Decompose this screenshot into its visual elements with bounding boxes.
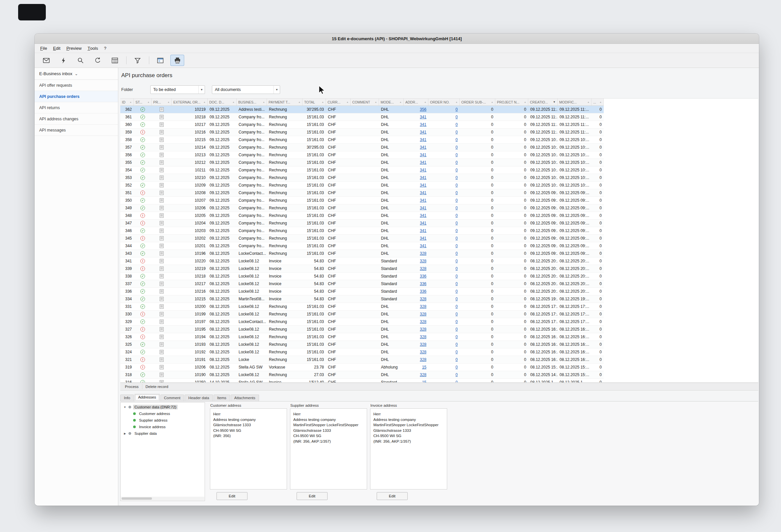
table-row[interactable]: 316✓1025014.10.2025Stella AG SWInvoice1'… <box>120 379 604 383</box>
address-link[interactable]: 328 <box>420 266 426 271</box>
table-row[interactable]: 326!1019408.12.2025Locke08.12Rechnung15'… <box>120 333 604 341</box>
tab-items[interactable]: Items <box>213 395 230 401</box>
report-icon[interactable] <box>108 55 122 66</box>
table-row[interactable]: 318✓1019008.12.2025Locke08.12Rechnung27.… <box>120 371 604 379</box>
sidebar-item-api-messages[interactable]: API messages <box>35 125 118 136</box>
address-link[interactable]: 328 <box>420 357 426 362</box>
order-no-link[interactable]: 0 <box>455 175 458 180</box>
order-no-link[interactable]: 0 <box>455 350 458 354</box>
sidebar-item-api-address-changes[interactable]: API address changes <box>35 113 118 125</box>
address-link[interactable]: 341 <box>420 198 426 203</box>
table-row[interactable]: 324✓1019208.12.2025Locke08.12Rechnung15'… <box>120 349 604 356</box>
address-link[interactable]: 341 <box>420 229 426 233</box>
order-no-link[interactable]: 0 <box>455 191 458 195</box>
address-link[interactable]: 341 <box>420 130 426 134</box>
scrollbar-thumb[interactable] <box>122 497 152 500</box>
address-link[interactable]: 328 <box>420 342 426 347</box>
order-no-link[interactable]: 0 <box>455 153 458 157</box>
order-no-link[interactable]: 0 <box>455 372 458 377</box>
menu-file[interactable]: File <box>37 44 50 53</box>
order-no-link[interactable]: 0 <box>455 304 458 309</box>
refresh-icon[interactable] <box>91 55 105 66</box>
tree-node-customer-address[interactable]: Customer address <box>121 410 205 417</box>
table-row[interactable]: 347!1020409.12.2025Company fro...Rechnun… <box>120 219 604 227</box>
table-row[interactable]: 348!1020509.12.2025Company fro...Rechnun… <box>120 212 604 219</box>
order-no-link[interactable]: 0 <box>455 289 458 294</box>
order-no-link[interactable]: 0 <box>455 229 458 233</box>
table-row[interactable]: 357✓1021409.12.2025Company fro...Rechnun… <box>120 144 604 151</box>
edit-button[interactable]: Edit <box>297 492 328 500</box>
table-row[interactable]: 334✓1021508.12.2025MartinTest08...Invoic… <box>120 295 604 303</box>
column-header-project-n[interactable]: PROJECT N...▲ <box>495 98 528 106</box>
menu-edit[interactable]: Edit <box>50 44 63 53</box>
address-link[interactable]: 336 <box>420 274 426 279</box>
tab-comment[interactable]: Comment <box>161 395 184 401</box>
order-no-link[interactable]: 0 <box>455 115 458 119</box>
window-titlebar[interactable]: 15 Edit e-documents (API) - SHOPAPI_Webw… <box>35 34 759 44</box>
address-link[interactable]: 336 <box>420 282 426 286</box>
table-row[interactable]: 327!1019508.12.2025Locke08.12Rechnung15'… <box>120 326 604 333</box>
address-link[interactable]: 15 <box>422 365 426 369</box>
column-header-busines[interactable]: BUSINES...▲ <box>237 98 267 106</box>
column-header-pr[interactable]: PR...▲ <box>152 98 172 106</box>
order-no-link[interactable]: 0 <box>455 221 458 226</box>
table-row[interactable]: 358✓1021509.12.2025Company fro...Rechnun… <box>120 136 604 144</box>
address-link[interactable]: 341 <box>420 122 426 127</box>
tree-node-supplier-data[interactable]: ▶Supplier data <box>121 430 205 437</box>
column-header-external-or[interactable]: EXTERNAL OR...▲ <box>172 98 208 106</box>
order-no-link[interactable]: 0 <box>455 251 458 256</box>
order-no-link[interactable]: 0 <box>455 206 458 210</box>
print-icon[interactable] <box>170 55 184 66</box>
address-link[interactable]: 328 <box>420 251 426 256</box>
sidebar-inbox-selector[interactable]: E-Business inbox ⌄ <box>35 68 118 80</box>
table-row[interactable]: 336✓1021608.12.2025Locke08.12Invoice54.8… <box>120 288 604 295</box>
column-header-curr[interactable]: CURR...▲ <box>326 98 351 106</box>
address-link[interactable]: 341 <box>420 153 426 157</box>
menu-tools[interactable]: Tools <box>85 44 101 53</box>
address-link[interactable]: 341 <box>420 115 426 119</box>
mail-icon[interactable] <box>39 55 53 66</box>
table-row[interactable]: 354✓1021109.12.2025Company fro...Rechnun… <box>120 166 604 174</box>
address-link[interactable]: 328 <box>420 319 426 324</box>
tab-addresses[interactable]: Addresses <box>134 394 160 401</box>
order-no-link[interactable]: 0 <box>455 282 458 286</box>
address-link[interactable]: 356 <box>420 107 426 112</box>
column-header-mode[interactable]: MODE...▲ <box>379 98 404 106</box>
order-no-link[interactable]: 0 <box>455 266 458 271</box>
folder-dropdown[interactable]: To be edited ▾ <box>150 85 205 94</box>
address-link[interactable]: 15 <box>422 380 426 383</box>
table-row[interactable]: 350✓1020709.12.2025Company fro...Rechnun… <box>120 197 604 204</box>
documents-dropdown[interactable]: All documents ▾ <box>212 85 280 94</box>
address-link[interactable]: 341 <box>420 191 426 195</box>
expanded-caret-icon[interactable]: ▼ <box>123 406 127 409</box>
address-link[interactable]: 328 <box>420 335 426 339</box>
column-header-payment-t[interactable]: PAYMENT T...▲ <box>267 98 302 106</box>
address-link[interactable]: 328 <box>420 350 426 354</box>
table-row[interactable]: 338✓1021808.12.2025Locke08.12Invoice54.8… <box>120 273 604 280</box>
search-icon[interactable] <box>74 55 87 66</box>
table-row[interactable]: 339!1021908.12.2025Locke08.12Invoice54.8… <box>120 265 604 273</box>
table-row[interactable]: 325✓1019308.12.2025Locke08.12Rechnung15'… <box>120 341 604 349</box>
address-link[interactable]: 341 <box>420 236 426 241</box>
menu-preview[interactable]: Preview <box>63 44 84 53</box>
order-no-link[interactable]: 0 <box>455 297 458 301</box>
lightning-icon[interactable] <box>56 55 70 66</box>
order-no-link[interactable]: 0 <box>455 357 458 362</box>
order-no-link[interactable]: 0 <box>455 319 458 324</box>
process-button[interactable]: Process <box>122 384 142 389</box>
table-row[interactable]: 341!1022008.12.2025Locke08.12Invoice54.8… <box>120 257 604 265</box>
menu-help[interactable]: ? <box>101 44 109 53</box>
order-no-link[interactable]: 0 <box>455 183 458 188</box>
tab-header-data[interactable]: Header data <box>184 395 212 401</box>
table-row[interactable]: 356✓1021309.12.2025Company fro...Rechnun… <box>120 151 604 159</box>
column-header-id[interactable]: ID▲ <box>120 98 134 106</box>
table-row[interactable]: 331✓1020008.12.2025Locke08.12Rechnung15'… <box>120 303 604 311</box>
edit-button[interactable]: Edit <box>216 492 247 500</box>
table-row[interactable]: 321!1019108.12.2025LockeRechnung15'161.0… <box>120 356 604 364</box>
delete-record-button[interactable]: Delete record <box>142 384 172 389</box>
table-row[interactable]: 360✓1021709.12.2025Company fro...Rechnun… <box>120 121 604 129</box>
address-link[interactable]: 341 <box>420 168 426 172</box>
address-link[interactable]: 336 <box>420 289 426 294</box>
order-no-link[interactable]: 0 <box>455 342 458 347</box>
order-no-link[interactable]: 0 <box>455 259 458 263</box>
